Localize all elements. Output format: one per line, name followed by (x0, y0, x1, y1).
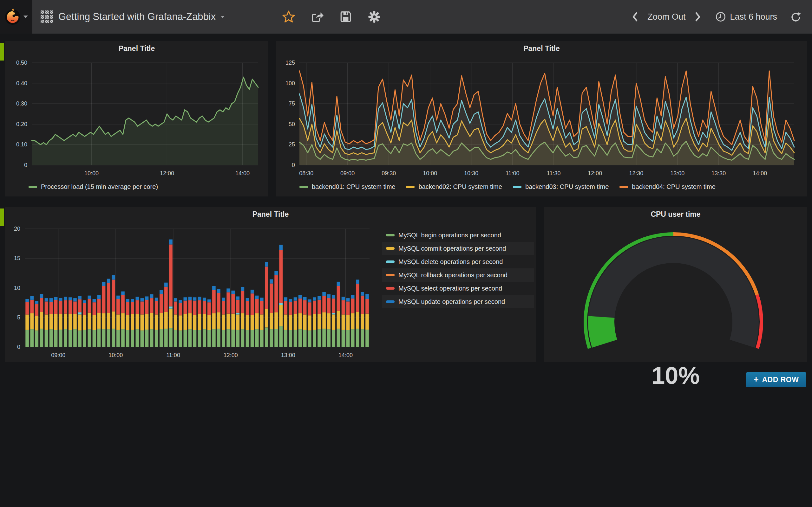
chevron-right-icon (694, 12, 702, 22)
legend-item[interactable]: backend03: CPU system time (513, 183, 609, 190)
svg-text:09:30: 09:30 (382, 170, 396, 176)
svg-text:13:00: 13:00 (281, 352, 295, 358)
legend-series-label: backend02: CPU system time (418, 183, 502, 190)
svg-text:0.30: 0.30 (16, 101, 27, 107)
legend: backend01: CPU system timebackend02: CPU… (299, 183, 716, 190)
legend-item[interactable]: Processor load (15 min average per core) (29, 183, 158, 190)
svg-text:0: 0 (292, 162, 295, 168)
legend-item[interactable]: MySQL delete operations per second (382, 255, 534, 268)
time-controls: Zoom Out Last 6 hours (631, 0, 801, 34)
chevron-down-icon (221, 16, 224, 18)
cpu-system-time-chart[interactable]: 025507510012508:3009:0009:3010:0010:3011… (276, 41, 807, 196)
time-range-picker[interactable]: Last 6 hours (715, 11, 777, 22)
svg-text:11:30: 11:30 (547, 170, 561, 176)
svg-text:100: 100 (286, 80, 295, 87)
svg-text:10:00: 10:00 (108, 352, 123, 358)
svg-text:11:00: 11:00 (506, 170, 519, 176)
share-button[interactable] (310, 10, 324, 24)
legend-item[interactable]: backend01: CPU system time (299, 183, 395, 190)
legend-item[interactable]: MySQL begin operations per second (382, 228, 534, 242)
time-back-button[interactable] (631, 12, 639, 22)
svg-text:14:00: 14:00 (753, 170, 767, 176)
row-menu-tab[interactable] (0, 209, 4, 226)
svg-text:12:00: 12:00 (160, 170, 174, 176)
navbar: Getting Started with Grafana-Zabbix (0, 0, 812, 34)
dashboard-title-button[interactable]: Getting Started with Grafana-Zabbix (41, 0, 224, 34)
clock-icon (715, 11, 726, 22)
legend-series-label: Processor load (15 min average per core) (41, 183, 158, 190)
zoom-out-button[interactable]: Zoom Out (647, 12, 686, 22)
panel-processor-load: Panel Title 00.100.200.300.400.5010:0012… (5, 41, 268, 196)
svg-text:10: 10 (14, 285, 20, 291)
svg-text:0.50: 0.50 (16, 60, 27, 66)
navbar-actions (282, 0, 381, 34)
legend-series-dash (299, 186, 308, 188)
svg-text:75: 75 (289, 101, 295, 107)
legend: Processor load (15 min average per core) (29, 183, 158, 190)
svg-text:0.10: 0.10 (16, 141, 27, 148)
panel-cpu-system-time: Panel Title 025507510012508:3009:0009:30… (276, 41, 807, 196)
settings-button[interactable] (367, 10, 381, 24)
svg-text:50: 50 (289, 121, 295, 127)
svg-text:0.40: 0.40 (16, 80, 27, 87)
legend-series-label: backend04: CPU system time (632, 183, 715, 190)
svg-text:08:30: 08:30 (299, 170, 313, 176)
legend-item[interactable]: backend02: CPU system time (406, 183, 502, 190)
save-icon (339, 10, 352, 23)
legend-series-dash (386, 287, 395, 290)
legend-series-label: backend01: CPU system time (312, 183, 395, 190)
dashboard-title: Getting Started with Grafana-Zabbix (58, 11, 216, 22)
gear-icon (367, 10, 381, 24)
legend-series-label: MySQL delete operations per second (398, 258, 503, 266)
svg-text:10:30: 10:30 (464, 170, 478, 176)
legend-series-dash (386, 234, 395, 236)
time-forward-button[interactable] (694, 12, 702, 22)
legend-item[interactable]: MySQL commit operations per second (382, 242, 534, 255)
svg-text:5: 5 (17, 314, 20, 321)
legend-series-dash (29, 186, 37, 188)
svg-text:09:00: 09:00 (51, 352, 65, 358)
refresh-button[interactable] (790, 11, 801, 22)
panel-cpu-user-time: CPU user time 10% (544, 207, 807, 362)
cpu-user-time-gauge[interactable] (544, 207, 807, 362)
grafana-logo-menu[interactable] (0, 0, 32, 34)
chevron-down-icon (23, 15, 28, 18)
star-button[interactable] (282, 10, 296, 24)
legend-series-label: MySQL commit operations per second (398, 245, 506, 252)
legend-item[interactable]: MySQL select operations per second (382, 282, 534, 295)
legend-series-label: backend03: CPU system time (525, 183, 609, 190)
svg-text:0: 0 (24, 162, 27, 168)
legend-series-label: MySQL select operations per second (398, 285, 502, 292)
star-icon (282, 10, 295, 23)
svg-text:10:00: 10:00 (84, 170, 99, 176)
legend-series-label: MySQL update operations per second (398, 298, 505, 305)
legend-series-dash (386, 247, 395, 250)
legend-series-dash (386, 274, 395, 276)
row-menu-tab[interactable] (0, 43, 4, 60)
legend-item[interactable]: backend04: CPU system time (619, 183, 715, 190)
save-button[interactable] (339, 10, 353, 24)
dashboard-grid-icon (41, 10, 53, 23)
svg-text:125: 125 (286, 60, 295, 66)
legend-series-label: MySQL begin operations per second (398, 232, 501, 239)
legend-item[interactable]: MySQL rollback operations per second (382, 268, 534, 282)
legend-series-dash (386, 300, 395, 303)
panel-mysql-operations: Panel Title 0510152009:0010:0011:0012:00… (5, 207, 536, 362)
svg-text:20: 20 (14, 226, 20, 232)
svg-text:13:00: 13:00 (670, 170, 684, 176)
chevron-left-icon (631, 12, 639, 22)
processor-load-chart[interactable]: 00.100.200.300.400.5010:0012:0014:00 (5, 41, 268, 196)
svg-text:10:00: 10:00 (423, 170, 437, 176)
add-row-button[interactable]: + ADD ROW (746, 372, 806, 387)
svg-text:11:00: 11:00 (166, 352, 180, 358)
grafana-logo-icon (4, 8, 21, 26)
time-range-label: Last 6 hours (730, 12, 777, 22)
legend: MySQL begin operations per secondMySQL c… (382, 228, 534, 308)
svg-text:15: 15 (14, 255, 20, 262)
svg-text:14:00: 14:00 (235, 170, 250, 176)
svg-text:0.20: 0.20 (16, 121, 27, 127)
svg-text:12:00: 12:00 (588, 170, 602, 176)
svg-text:12:30: 12:30 (629, 170, 643, 176)
legend-series-dash (513, 186, 521, 188)
legend-item[interactable]: MySQL update operations per second (382, 295, 534, 308)
